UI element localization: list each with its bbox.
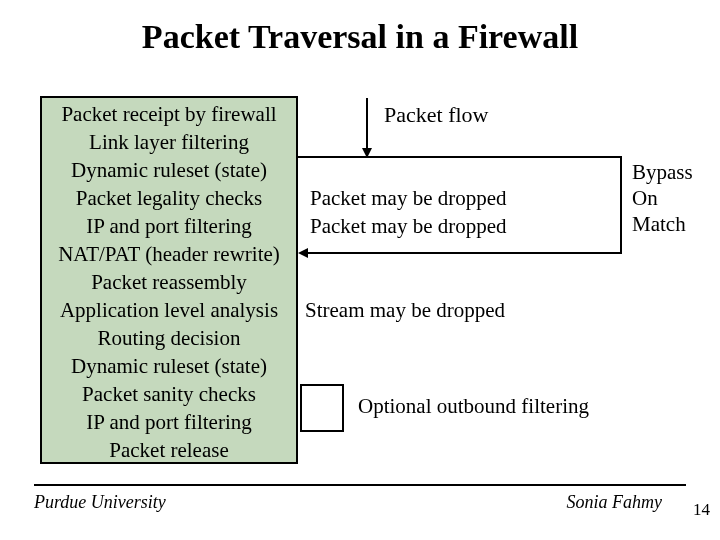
- step-2: Dynamic ruleset (state): [42, 156, 296, 184]
- drop-label-1: Packet may be dropped: [310, 186, 507, 211]
- bypass-label-1: Bypass: [632, 160, 693, 185]
- bypass-label-2: On: [632, 186, 658, 211]
- step-1: Link layer filtering: [42, 128, 296, 156]
- footer-left: Purdue University: [34, 492, 166, 513]
- drop-label-2: Packet may be dropped: [310, 214, 507, 239]
- step-9: Dynamic ruleset (state): [42, 352, 296, 380]
- step-0: Packet receipt by firewall: [42, 100, 296, 128]
- bypass-arrowhead: [298, 248, 308, 258]
- step-8: Routing decision: [42, 324, 296, 352]
- bypass-bottom-line: [308, 252, 622, 254]
- bypass-label-3: Match: [632, 212, 686, 237]
- packet-flow-arrow-line: [366, 98, 368, 150]
- bypass-top-line: [298, 156, 622, 158]
- page-number: 14: [693, 500, 710, 520]
- step-5: NAT/PAT (header rewrite): [42, 240, 296, 268]
- footer-right: Sonia Fahmy: [567, 492, 662, 513]
- step-12: Packet release: [42, 436, 296, 464]
- drop-label-3: Stream may be dropped: [305, 298, 505, 323]
- step-10: Packet sanity checks: [42, 380, 296, 408]
- bypass-vert-line: [620, 156, 622, 254]
- step-11: IP and port filtering: [42, 408, 296, 436]
- outbound-box: [300, 384, 344, 432]
- footer-divider: [34, 484, 686, 486]
- packet-flow-label: Packet flow: [384, 102, 488, 128]
- slide-title: Packet Traversal in a Firewall: [0, 18, 720, 56]
- step-3: Packet legality checks: [42, 184, 296, 212]
- step-4: IP and port filtering: [42, 212, 296, 240]
- step-6: Packet reassembly: [42, 268, 296, 296]
- outbound-label: Optional outbound filtering: [358, 394, 589, 419]
- pipeline-box: Packet receipt by firewall Link layer fi…: [40, 96, 298, 464]
- step-7: Application level analysis: [42, 296, 296, 324]
